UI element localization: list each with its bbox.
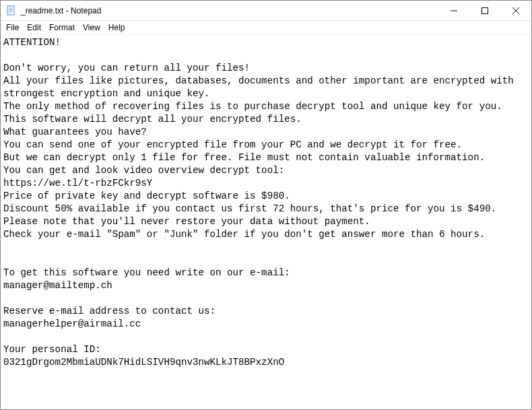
menu-help[interactable]: Help xyxy=(104,22,129,34)
notepad-icon xyxy=(6,5,17,16)
titlebar[interactable]: _readme.txt - Notepad xyxy=(1,1,531,21)
maximize-button[interactable] xyxy=(469,1,500,20)
window-title: _readme.txt - Notepad xyxy=(21,6,438,15)
minimize-button[interactable] xyxy=(438,1,469,20)
close-button[interactable] xyxy=(500,1,531,20)
menubar: File Edit Format View Help xyxy=(1,21,531,34)
menu-file[interactable]: File xyxy=(2,22,23,34)
window-controls xyxy=(438,1,531,20)
notepad-window: _readme.txt - Notepad File Edit Format V… xyxy=(0,0,532,410)
svg-rect-6 xyxy=(482,7,488,13)
menu-format[interactable]: Format xyxy=(45,22,79,34)
menu-edit[interactable]: Edit xyxy=(23,22,45,34)
text-area[interactable]: ATTENTION! Don't worry, you can return a… xyxy=(1,34,531,409)
svg-rect-0 xyxy=(7,6,14,15)
menu-view[interactable]: View xyxy=(79,22,104,34)
